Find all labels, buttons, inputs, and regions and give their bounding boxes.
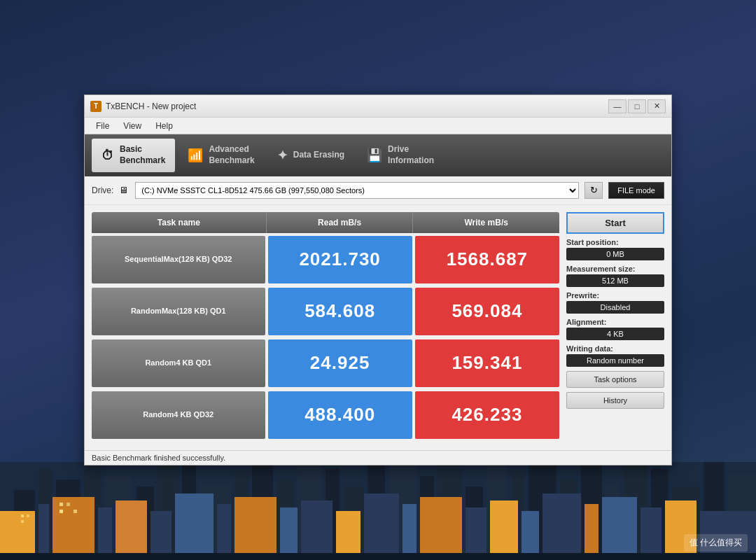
task-options-button[interactable]: Task options (566, 371, 664, 388)
window-controls: — □ ✕ (608, 99, 666, 113)
svg-rect-43 (336, 511, 360, 560)
svg-rect-48 (490, 500, 518, 560)
read-random-4k-qd32: 488.400 (268, 391, 412, 439)
measurement-size-label: Measurement size: (566, 265, 664, 273)
maximize-button[interactable]: □ (628, 99, 646, 113)
write-random-4k-qd32: 426.233 (415, 391, 559, 439)
minimize-button[interactable]: — (608, 99, 626, 113)
col-task-name: Task name (92, 212, 267, 233)
write-random-max: 569.084 (415, 288, 559, 335)
read-random-max: 584.608 (268, 288, 412, 335)
svg-rect-32 (0, 511, 35, 560)
writing-data-value: Random number (566, 354, 664, 367)
col-read: Read mB/s (267, 212, 414, 233)
svg-rect-52 (602, 497, 637, 560)
svg-rect-39 (217, 504, 231, 560)
benchmark-area: Task name Read mB/s Write mB/s Sequentia… (92, 212, 566, 443)
watermark: 值 什么值得买 (684, 534, 748, 552)
writing-data-label: Writing data: (566, 344, 664, 353)
write-random-4k-qd1: 159.341 (415, 340, 559, 387)
col-write: Write mB/s (413, 212, 559, 233)
measurement-size-section: Measurement size: 512 MB (566, 265, 664, 287)
svg-rect-58 (21, 520, 24, 523)
alignment-section: Alignment: 4 KB (566, 318, 664, 340)
bench-row-random-max: Random Max(128 KB) QD1 584.608 569.084 (92, 288, 559, 335)
bench-row-random-4k-qd1: Random 4 KB QD1 24.925 159.341 (92, 340, 559, 387)
start-position-value: 0 MB (566, 248, 664, 260)
tab-advanced-label: AdvancedBenchmark (209, 144, 254, 166)
bench-row-sequential: Sequential Max(128 KB) QD32 2021.730 156… (92, 236, 559, 284)
read-random-4k-qd1: 24.925 (268, 340, 412, 387)
measurement-size-value: 512 MB (566, 274, 664, 287)
bench-row-random-4k-qd32: Random 4 KB QD32 488.400 426.233 (92, 391, 559, 439)
drive-icon: 💾 (367, 148, 382, 163)
tab-erasing-label: Data Erasing (293, 150, 344, 161)
start-button[interactable]: Start (566, 212, 664, 234)
app-icon: T (90, 101, 102, 112)
svg-rect-35 (98, 507, 112, 560)
alignment-value: 4 KB (566, 328, 664, 340)
svg-rect-47 (465, 507, 486, 560)
menu-view[interactable]: View (118, 120, 147, 132)
title-bar: T TxBENCH - New project — □ ✕ (85, 95, 671, 118)
menu-file[interactable]: File (90, 120, 115, 132)
status-text: Basic Benchmark finished successfully. (92, 454, 225, 462)
svg-rect-59 (59, 503, 63, 506)
svg-rect-45 (402, 504, 416, 560)
svg-rect-51 (584, 504, 598, 560)
svg-rect-42 (301, 500, 332, 560)
refresh-button[interactable]: ↻ (584, 182, 603, 199)
svg-rect-34 (52, 497, 94, 560)
read-sequential: 2021.730 (268, 236, 412, 284)
timer-icon: ⏱ (102, 148, 114, 163)
tab-basic-benchmark[interactable]: ⏱ BasicBenchmark (92, 139, 175, 172)
right-panel: Start Start position: 0 MB Measurement s… (566, 212, 664, 443)
svg-rect-62 (74, 510, 77, 513)
drive-bar-icon: 🖥 (119, 185, 128, 195)
svg-rect-37 (150, 511, 172, 560)
tab-drive-label: DriveInformation (388, 144, 434, 166)
svg-rect-38 (175, 493, 214, 560)
prewrite-label: Prewrite: (566, 291, 664, 300)
menu-bar: File View Help (85, 118, 671, 134)
tab-advanced-benchmark[interactable]: 📶 AdvancedBenchmark (178, 139, 264, 172)
tab-basic-label: BasicBenchmark (120, 144, 165, 166)
bench-table-header: Task name Read mB/s Write mB/s (92, 212, 559, 233)
svg-rect-36 (115, 500, 147, 560)
drive-selector[interactable]: (C:) NVMe SSSTC CL1-8D512 475.66 GB (997… (135, 182, 579, 199)
svg-rect-53 (640, 507, 662, 560)
svg-rect-56 (21, 514, 24, 517)
write-sequential: 1568.687 (415, 236, 559, 284)
drive-bar: Drive: 🖥 (C:) NVMe SSSTC CL1-8D512 475.6… (85, 176, 671, 205)
menu-help[interactable]: Help (150, 120, 178, 132)
svg-rect-33 (38, 504, 49, 560)
tab-data-erasing[interactable]: ✦ Data Erasing (267, 139, 354, 172)
svg-rect-57 (27, 514, 29, 517)
start-position-section: Start position: 0 MB (566, 238, 664, 260)
svg-rect-41 (280, 507, 298, 560)
toolbar: ⏱ BasicBenchmark 📶 AdvancedBenchmark ✦ D… (85, 134, 671, 176)
chart-icon: 📶 (188, 148, 203, 163)
svg-rect-44 (364, 493, 399, 560)
history-button[interactable]: History (566, 392, 664, 409)
task-sequential: Sequential Max(128 KB) QD32 (92, 236, 265, 284)
svg-rect-40 (234, 497, 276, 560)
close-button[interactable]: ✕ (648, 99, 666, 113)
erase-icon: ✦ (277, 148, 288, 163)
task-random-4k-qd32: Random 4 KB QD32 (92, 391, 265, 439)
file-mode-button[interactable]: FILE mode (608, 182, 664, 199)
alignment-label: Alignment: (566, 318, 664, 326)
main-content: Task name Read mB/s Write mB/s Sequentia… (85, 205, 671, 450)
svg-rect-46 (420, 497, 462, 560)
status-bar: Basic Benchmark finished successfully. (85, 450, 671, 465)
prewrite-section: Prewrite: Disabled (566, 291, 664, 314)
svg-rect-50 (542, 493, 581, 560)
tab-drive-info[interactable]: 💾 DriveInformation (357, 139, 444, 172)
svg-rect-60 (66, 503, 70, 506)
window-title: TxBENCH - New project (106, 102, 608, 111)
svg-rect-61 (59, 510, 63, 513)
prewrite-value: Disabled (566, 301, 664, 314)
svg-rect-49 (522, 511, 539, 560)
task-random-max: Random Max(128 KB) QD1 (92, 288, 265, 335)
writing-data-section: Writing data: Random number (566, 344, 664, 367)
